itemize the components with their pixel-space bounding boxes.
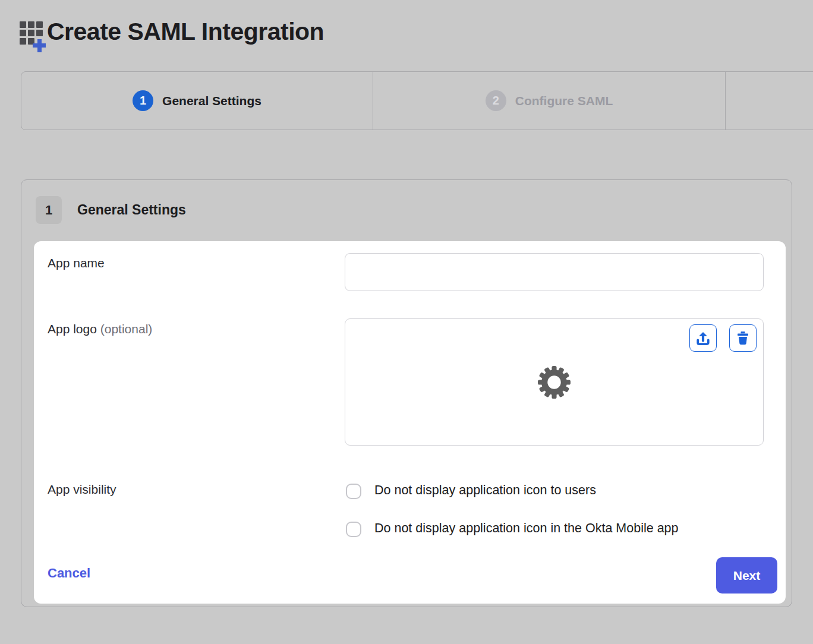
checkbox-label: Do not display application icon in the O… [374,521,679,536]
tab-configure-saml[interactable]: 2 Configure SAML [373,72,726,130]
app-logo-label-text: App logo [48,322,97,336]
checkbox-hide-icon-users[interactable] [346,484,361,499]
delete-logo-button[interactable] [729,324,757,352]
step-label: General Settings [162,94,261,108]
app-logo-label: App logo (optional) [48,322,152,336]
cancel-button[interactable]: Cancel [48,566,90,581]
wizard-step-bar: 1 General Settings 2 Configure SAML [21,71,813,130]
page-title: Create SAML Integration [47,18,324,46]
app-name-input[interactable] [345,253,764,291]
app-name-label: App name [48,256,105,270]
optional-hint: (optional) [100,322,153,336]
step-number-badge: 1 [133,90,153,111]
section-title: General Settings [77,202,186,218]
next-button[interactable]: Next [716,557,777,594]
tab-general-settings[interactable]: 1 General Settings [21,72,373,130]
tab-next-step-cutoff [726,72,813,130]
checkbox-label: Do not display application icon to users [374,483,596,498]
section-step-badge: 1 [36,196,62,224]
gear-icon [537,365,571,399]
step-number-badge: 2 [486,90,506,111]
upload-icon [694,329,712,347]
upload-logo-button[interactable] [689,324,717,352]
checkbox-hide-icon-okta-mobile[interactable] [346,522,361,537]
app-grid-plus-icon [20,21,47,52]
step-label: Configure SAML [515,94,613,108]
trash-icon [735,330,751,346]
app-visibility-label: App visibility [48,482,116,497]
